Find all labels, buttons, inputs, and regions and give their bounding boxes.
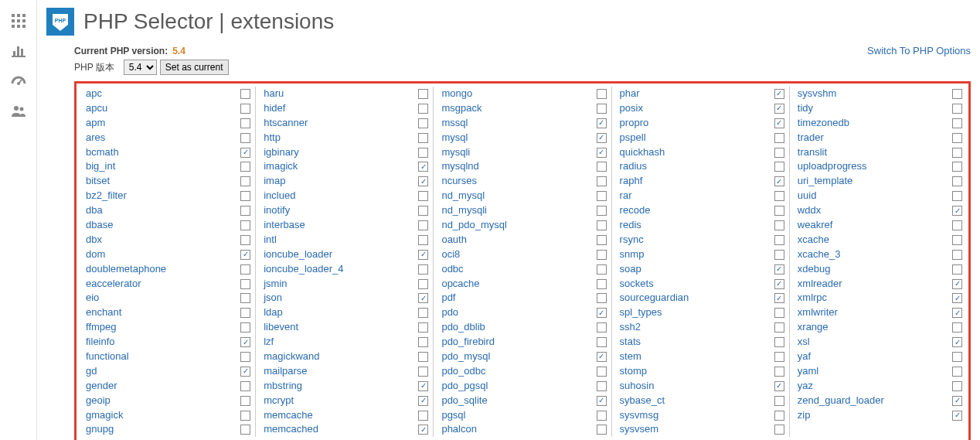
ext-label[interactable]: fileinfo [86, 336, 240, 349]
ext-checkbox[interactable] [774, 381, 784, 391]
ext-label[interactable]: rar [620, 189, 774, 203]
ext-checkbox[interactable] [418, 396, 428, 406]
ext-label[interactable]: spl_types [620, 306, 774, 319]
ext-label[interactable]: uploadprogress [798, 160, 952, 173]
ext-checkbox[interactable] [240, 411, 250, 421]
ext-label[interactable]: dom [86, 248, 240, 261]
ext-checkbox[interactable] [952, 411, 962, 421]
ext-checkbox[interactable] [240, 367, 250, 377]
ext-label[interactable]: phalcon [441, 423, 596, 436]
ext-checkbox[interactable] [952, 264, 962, 275]
ext-label[interactable]: pdo_pgsql [441, 380, 596, 393]
ext-label[interactable]: phar [620, 87, 774, 101]
ext-checkbox[interactable] [774, 308, 784, 318]
ext-label[interactable]: yaml [798, 365, 952, 378]
ext-label[interactable]: dba [86, 204, 240, 217]
ext-label[interactable]: uri_template [798, 175, 952, 188]
ext-label[interactable]: mbstring [264, 380, 418, 393]
ext-label[interactable]: opcache [441, 278, 596, 291]
nav-stats-icon[interactable] [0, 36, 36, 65]
ext-label[interactable]: nd_mysql [441, 189, 596, 203]
ext-label[interactable]: apm [86, 117, 240, 130]
ext-label[interactable]: xmlwriter [798, 306, 952, 319]
ext-checkbox[interactable] [774, 411, 784, 421]
ext-label[interactable]: snmp [620, 248, 774, 261]
ext-label[interactable]: xcache_3 [798, 248, 952, 261]
ext-label[interactable]: gender [86, 380, 240, 393]
ext-label[interactable]: imagick [264, 160, 418, 173]
ext-label[interactable]: pdo_odbc [441, 365, 596, 378]
ext-checkbox[interactable] [597, 352, 607, 362]
ext-label[interactable]: mailparse [264, 365, 418, 378]
ext-label[interactable]: mysql [441, 131, 596, 145]
ext-checkbox[interactable] [952, 279, 962, 289]
ext-checkbox[interactable] [774, 279, 784, 289]
ext-label[interactable]: xcache [798, 234, 952, 247]
ext-checkbox[interactable] [418, 133, 428, 143]
ext-label[interactable]: inotify [264, 204, 418, 217]
ext-checkbox[interactable] [418, 352, 428, 362]
ext-label[interactable]: propro [620, 117, 774, 130]
ext-checkbox[interactable] [952, 235, 962, 245]
ext-checkbox[interactable] [952, 176, 962, 186]
ext-checkbox[interactable] [418, 337, 428, 347]
ext-checkbox[interactable] [597, 118, 607, 128]
ext-label[interactable]: pdo_firebird [441, 336, 596, 349]
ext-label[interactable]: gmagick [86, 409, 240, 422]
ext-label[interactable]: soap [620, 263, 774, 276]
ext-checkbox[interactable] [774, 176, 784, 186]
ext-checkbox[interactable] [240, 337, 250, 347]
ext-checkbox[interactable] [597, 220, 607, 230]
ext-checkbox[interactable] [952, 104, 962, 114]
ext-checkbox[interactable] [597, 191, 607, 201]
ext-label[interactable]: radius [620, 160, 774, 173]
ext-label[interactable]: http [264, 131, 418, 145]
ext-checkbox[interactable] [952, 89, 962, 99]
ext-checkbox[interactable] [774, 264, 784, 275]
ext-label[interactable]: mongo [441, 87, 596, 101]
ext-checkbox[interactable] [597, 425, 607, 435]
ext-checkbox[interactable] [774, 250, 784, 260]
ext-checkbox[interactable] [240, 220, 250, 230]
ext-label[interactable]: posix [620, 102, 774, 115]
ext-checkbox[interactable] [597, 133, 607, 143]
ext-checkbox[interactable] [240, 381, 250, 391]
ext-label[interactable]: imap [264, 175, 418, 188]
ext-label[interactable]: stem [620, 350, 774, 363]
ext-checkbox[interactable] [240, 293, 250, 303]
ext-label[interactable]: functional [86, 350, 240, 363]
ext-label[interactable]: sourceguardian [620, 292, 774, 305]
ext-checkbox[interactable] [597, 322, 607, 333]
ext-checkbox[interactable] [418, 411, 428, 421]
nav-users-icon[interactable] [0, 96, 36, 127]
ext-label[interactable]: ssh2 [620, 321, 774, 334]
ext-label[interactable]: ioncube_loader_4 [264, 263, 418, 276]
ext-checkbox[interactable] [240, 133, 250, 143]
ext-checkbox[interactable] [774, 367, 784, 377]
ext-checkbox[interactable] [240, 352, 250, 362]
ext-label[interactable]: raphf [620, 175, 774, 188]
ext-checkbox[interactable] [418, 425, 428, 435]
ext-checkbox[interactable] [240, 191, 250, 201]
ext-label[interactable]: hidef [264, 102, 418, 115]
ext-label[interactable]: intl [264, 234, 418, 247]
ext-checkbox[interactable] [597, 206, 607, 216]
ext-label[interactable]: yaz [798, 380, 952, 393]
ext-checkbox[interactable] [240, 162, 250, 172]
ext-checkbox[interactable] [774, 118, 784, 128]
ext-checkbox[interactable] [240, 235, 250, 245]
ext-checkbox[interactable] [774, 191, 784, 201]
ext-checkbox[interactable] [418, 322, 428, 333]
ext-label[interactable]: igbinary [264, 146, 418, 159]
ext-label[interactable]: ffmpeg [86, 321, 240, 334]
ext-checkbox[interactable] [418, 381, 428, 391]
ext-checkbox[interactable] [952, 337, 962, 347]
ext-checkbox[interactable] [952, 148, 962, 158]
ext-checkbox[interactable] [774, 425, 784, 435]
ext-label[interactable]: gd [86, 365, 240, 378]
ext-checkbox[interactable] [418, 191, 428, 201]
ext-label[interactable]: gnupg [86, 423, 240, 436]
ext-label[interactable]: tidy [798, 102, 952, 115]
ext-label[interactable]: apc [86, 87, 240, 101]
ext-label[interactable]: jsmin [264, 278, 418, 291]
